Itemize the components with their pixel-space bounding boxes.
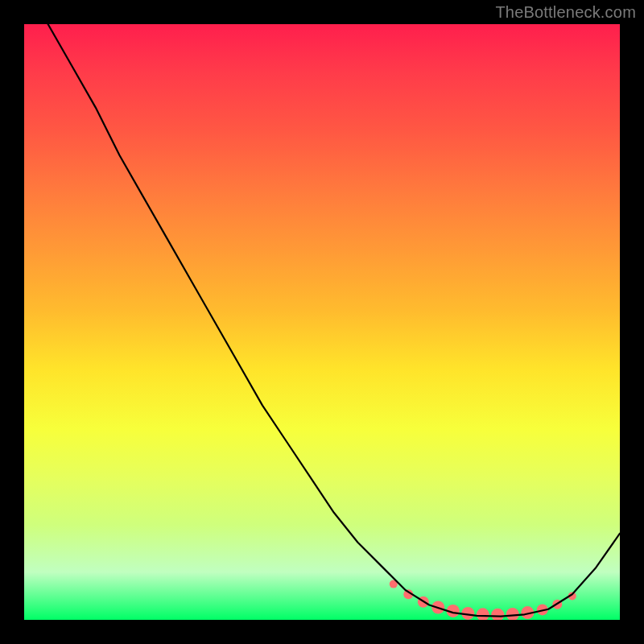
marker-band	[390, 580, 576, 620]
curve-line	[24, 24, 620, 617]
marker-dot	[491, 609, 504, 620]
watermark-text: TheBottleneck.com	[495, 3, 636, 22]
marker-dot	[477, 608, 489, 620]
plot-area	[24, 24, 620, 620]
chart-svg	[24, 24, 620, 620]
marker-dot	[506, 608, 519, 620]
frame: TheBottleneck.com	[0, 0, 644, 644]
